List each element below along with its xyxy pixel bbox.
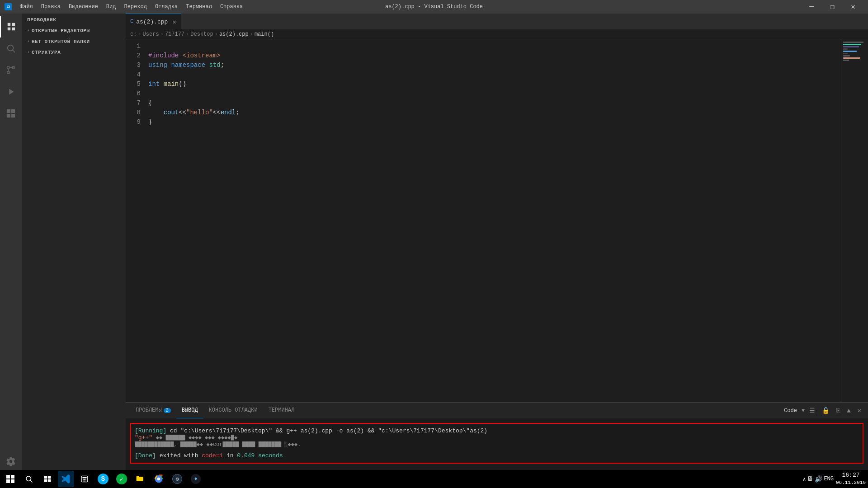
panel-maximize-btn[interactable]: ▲ [844, 406, 853, 415]
taskbar-steam[interactable]: ⚙ [169, 471, 185, 487]
svg-point-3 [7, 71, 10, 74]
taskbar-skype[interactable]: S [95, 471, 111, 487]
taskbar-time-value: 16:27 [836, 472, 866, 479]
breadcrumb-users[interactable]: Users [143, 31, 159, 38]
line-numbers: 1 2 3 4 5 6 7 8 9 [126, 42, 146, 400]
code-line-9: } [148, 117, 841, 127]
panel-content[interactable]: [Running] cd "c:\Users\717177\Desktop\" … [126, 418, 868, 477]
code-line-1 [148, 42, 841, 51]
taskbar-app1[interactable]: ✓ [113, 471, 130, 487]
menu-file[interactable]: Файл [16, 0, 37, 14]
terminal-output-box: [Running] cd "c:\Users\717177\Desktop\" … [130, 423, 863, 464]
menu-go[interactable]: Переход [120, 0, 150, 14]
svg-point-13 [26, 476, 31, 481]
code-content[interactable]: #include <iostream> using namespace std;… [146, 42, 841, 400]
panel-list-view-btn[interactable]: ☰ [807, 406, 817, 415]
panel-tab-problems[interactable]: ПРОБЛЕМЫ 2 [130, 403, 176, 418]
vscode-logo: ⧉ [5, 3, 12, 10]
svg-rect-11 [6, 479, 10, 483]
tab-as2cpp[interactable]: C as(2).cpp ✕ [126, 14, 181, 29]
svg-rect-9 [6, 475, 10, 479]
panel-tab-terminal[interactable]: ТЕРМИНАЛ [263, 403, 300, 418]
menu-debug[interactable]: Отладка [151, 0, 181, 14]
search-activity-icon[interactable] [0, 38, 22, 59]
error-line-1: "g++" ◆◆ ██████ ◆◆◆◆ ◆◆◆ ◆◆◆◆█◆ [135, 434, 859, 441]
taskbar-task-view[interactable] [39, 471, 56, 487]
editor-tabs: C as(2).cpp ✕ [126, 14, 868, 29]
svg-rect-5 [7, 109, 10, 113]
taskbar-explorer[interactable] [132, 471, 148, 487]
panel-lock-btn[interactable]: 🔒 [820, 406, 832, 415]
breadcrumb-file[interactable]: as(2).cpp [219, 31, 249, 38]
breadcrumb-717177[interactable]: 717177 [165, 31, 184, 38]
svg-rect-15 [44, 476, 47, 479]
taskbar-vscode[interactable] [58, 471, 74, 487]
sidebar-no-folder[interactable]: › НЕТ ОТКРЫТОЙ ПАПКИ [22, 35, 126, 46]
start-button[interactable] [2, 471, 19, 487]
taskbar-calculator[interactable] [76, 471, 93, 487]
code-line-7: { [148, 99, 841, 108]
problems-badge: 2 [164, 408, 171, 413]
panel-close-btn[interactable]: ✕ [855, 406, 863, 415]
explorer-activity-icon[interactable] [0, 16, 22, 38]
sidebar-open-editors[interactable]: › ОТКРЫТЫЕ РЕДАКТОРЫ [22, 24, 126, 35]
window-title: as(2).cpp - Visual Studio Code [385, 4, 483, 10]
menu-help[interactable]: Справка [217, 0, 246, 14]
taskbar-search[interactable] [21, 471, 37, 487]
svg-point-22 [84, 479, 85, 480]
tray-lang[interactable]: ENG [824, 476, 834, 482]
sidebar-structure[interactable]: › СТРУКТУРА [22, 46, 126, 57]
menu-view[interactable]: Вид [103, 0, 120, 14]
breadcrumb-main[interactable]: main() [255, 31, 274, 38]
svg-point-2 [7, 66, 10, 69]
sidebar: ПРОВОДНИК › ОТКРЫТЫЕ РЕДАКТОРЫ › НЕТ ОТК… [22, 14, 126, 477]
minimap [841, 39, 868, 402]
title-bar-menu: ⧉ Файл Правка Выделение Вид Переход Отла… [5, 0, 246, 14]
svg-point-21 [83, 479, 84, 480]
menu-terminal[interactable]: Терминал [182, 0, 216, 14]
breadcrumb-desktop[interactable]: Desktop [190, 31, 213, 38]
output-dropdown-icon[interactable]: ▼ [802, 408, 805, 414]
svg-point-25 [84, 480, 85, 481]
main-layout: ⊗ 2 ПРОВОДНИК › ОТКРЫТЫЕ РЕДАКТОРЫ › НЕТ… [0, 14, 868, 477]
extensions-activity-icon[interactable] [0, 103, 22, 124]
panel-tab-debug-console[interactable]: КОНСОЛЬ ОТЛАДКИ [203, 403, 263, 418]
error-line-2: ████████████, █████◆◆ ◆◆cor█████ ████ ██… [135, 441, 859, 448]
tab-close-button[interactable]: ✕ [172, 18, 176, 26]
panel-tab-output[interactable]: ВЫВОД [176, 403, 203, 418]
minimize-button[interactable]: — [801, 0, 822, 14]
code-line-2: #include <iostream> [148, 51, 841, 61]
sidebar-title: ПРОВОДНИК [22, 14, 126, 24]
taskbar-clock[interactable]: 16:27 06.11.2019 [836, 472, 866, 486]
svg-rect-20 [83, 477, 87, 479]
svg-rect-7 [7, 114, 10, 117]
settings-activity-icon[interactable] [0, 450, 22, 472]
tray-network[interactable]: 🖥 [807, 475, 813, 483]
code-line-5: int main() [148, 80, 841, 89]
system-tray: ∧ 🖥 🔊 ENG [803, 475, 834, 483]
menu-selection[interactable]: Выделение [65, 0, 102, 14]
code-line-4 [148, 70, 841, 80]
tray-sound[interactable]: 🔊 [815, 475, 822, 483]
taskbar-date-value: 06.11.2019 [836, 479, 866, 486]
code-area: 1 2 3 4 5 6 7 8 9 #include <iostream> us… [126, 39, 868, 402]
tray-arrow[interactable]: ∧ [803, 476, 806, 482]
svg-point-0 [8, 45, 14, 51]
svg-point-28 [157, 478, 160, 481]
taskbar-app2[interactable]: ♦ [188, 471, 204, 487]
restore-button[interactable]: ❐ [822, 0, 843, 14]
svg-rect-17 [44, 479, 47, 482]
close-button[interactable]: ✕ [843, 0, 863, 14]
taskbar-chrome[interactable] [151, 471, 167, 487]
code-line-6 [148, 89, 841, 99]
code-editor[interactable]: 1 2 3 4 5 6 7 8 9 #include <iostream> us… [126, 39, 841, 402]
run-activity-icon[interactable] [0, 81, 22, 103]
source-control-activity-icon[interactable] [0, 59, 22, 81]
panel-copy-btn[interactable]: ⎘ [834, 406, 842, 415]
panel-right-controls: Code ▼ ☰ 🔒 ⎘ ▲ ✕ [784, 403, 863, 418]
breadcrumb-c[interactable]: c: [130, 31, 137, 38]
panel-tabs: ПРОБЛЕМЫ 2 ВЫВОД КОНСОЛЬ ОТЛАДКИ ТЕРМИНА… [126, 403, 868, 418]
title-bar: ⧉ Файл Правка Выделение Вид Переход Отла… [0, 0, 868, 14]
menu-edit[interactable]: Правка [38, 0, 64, 14]
svg-rect-16 [48, 476, 51, 479]
